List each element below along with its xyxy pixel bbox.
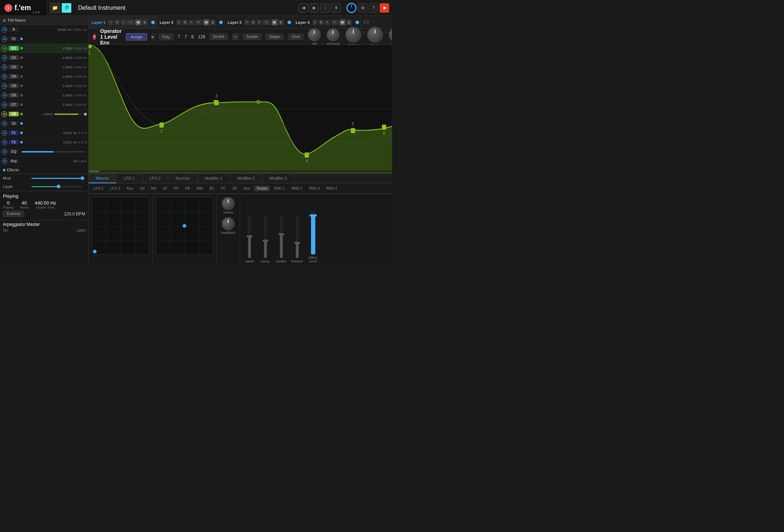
layer-1-m[interactable]: M: [135, 20, 141, 25]
power-S1[interactable]: ⏻: [1, 36, 7, 42]
sub-tab-rnd1[interactable]: RND 1: [272, 186, 287, 191]
power-F2[interactable]: ⏻: [1, 140, 7, 145]
tab-modifier3[interactable]: Modifier 3: [262, 174, 294, 183]
folder-button[interactable]: 📁: [50, 3, 60, 13]
op-play[interactable]: ▶: [152, 33, 155, 40]
power-F1[interactable]: ⏻: [1, 130, 7, 136]
sub-tab-lfo2[interactable]: LFO 2: [108, 186, 123, 191]
op-row-O5[interactable]: ⏻ O5 1.0000 0.000 Hz: [0, 81, 88, 91]
layer-3-x[interactable]: ✕: [257, 20, 262, 25]
power-O1[interactable]: ⏻: [1, 46, 7, 51]
layer-4-s[interactable]: S: [346, 20, 352, 25]
layer-1-delete[interactable]: 🗑: [115, 20, 120, 25]
layer-tab-1[interactable]: Layer 1 ⎘ 🗑 ✕ Ctr M S: [89, 16, 157, 29]
op-row-O8[interactable]: ⏻ O8 1.0000: [0, 110, 88, 119]
sub-tab-rel[interactable]: Rel: [149, 186, 159, 191]
op-row-O3[interactable]: ⏻ O3 1.0000 0.000 Hz: [0, 63, 88, 72]
op-row-S1[interactable]: ⏻ S1: [0, 34, 88, 44]
layer-1-s[interactable]: S: [142, 20, 148, 25]
layer-2-m[interactable]: M: [203, 20, 209, 25]
power-S2[interactable]: ⏻: [1, 121, 7, 126]
clock-button[interactable]: ⏱: [61, 3, 72, 13]
allrates-knob[interactable]: [345, 27, 361, 43]
op-row-O1[interactable]: ⏻ O1 1.0000 0.000 Hz: [0, 44, 88, 53]
power-N[interactable]: ⏻: [1, 27, 7, 33]
op-row-N[interactable]: ⏻ N 50000 Hz 22351 Hz: [0, 25, 88, 34]
info-button[interactable]: i: [320, 3, 330, 13]
sub-tab-pp[interactable]: PP: [172, 186, 181, 191]
settings-button[interactable]: ⚙: [358, 3, 367, 13]
power-Arp[interactable]: ⏻: [1, 158, 7, 164]
env-scrollbar[interactable]: [89, 171, 392, 172]
envelope-area[interactable]: 1 2 3 4 5 6: [89, 45, 392, 173]
sub-tab-at[interactable]: AT: [161, 186, 170, 191]
op-row-EQ[interactable]: ⏻ EQ: [0, 147, 88, 156]
sub-tab-bc[interactable]: BC: [207, 186, 217, 191]
vel-knob[interactable]: [308, 28, 321, 41]
timbre-knob[interactable]: [222, 197, 235, 210]
sub-tab-rnd2[interactable]: RND 2: [289, 186, 304, 191]
assign-button[interactable]: Assign: [126, 33, 147, 40]
layer-3-m[interactable]: M: [272, 20, 277, 25]
sub-tab-key[interactable]: Key: [125, 186, 135, 191]
decay-knob[interactable]: [367, 27, 383, 43]
op-row-O6[interactable]: ⏻ O6 1.0000 0.000 Hz: [0, 91, 88, 100]
sub-tab-fc[interactable]: FC: [219, 186, 228, 191]
play-button[interactable]: ▶: [310, 3, 319, 13]
power-O7[interactable]: ⏻: [1, 102, 7, 108]
tab-lfo1[interactable]: LFO 1: [116, 174, 142, 183]
layer-3-ctr[interactable]: Ctr: [263, 20, 270, 25]
prev-button[interactable]: ◀: [299, 3, 308, 13]
layer-3-delete[interactable]: 🗑: [251, 20, 256, 25]
record-button[interactable]: ■: [380, 3, 389, 13]
attack-slider[interactable]: [248, 215, 251, 258]
op-close[interactable]: ✕: [93, 34, 96, 40]
layer-2-x[interactable]: ✕: [189, 20, 194, 25]
tab-modifier2[interactable]: Modifier 2: [230, 174, 262, 183]
sub-tab-rnd4[interactable]: RND 4: [324, 186, 339, 191]
export-button[interactable]: ⬆: [331, 3, 341, 13]
clock-label[interactable]: Clock: [288, 34, 303, 40]
tab-modifier1[interactable]: Modifier 1: [198, 174, 230, 183]
sub-tab-lfo1[interactable]: LFO 1: [91, 186, 106, 191]
layer-1-copy[interactable]: ⎘: [108, 20, 114, 25]
layer-1-x[interactable]: ✕: [121, 20, 126, 25]
layer-3-s[interactable]: S: [278, 20, 284, 25]
power-O3[interactable]: ⏻: [1, 64, 7, 70]
power-O8[interactable]: ⏻: [1, 111, 7, 117]
layer-tab-2[interactable]: Layer 2 ⎘ 🗑 ✕ Ctr M S: [157, 16, 225, 29]
tab-lfo2[interactable]: LFO 2: [142, 174, 169, 183]
sub-tab-sp[interactable]: SP: [230, 186, 239, 191]
sub-tab-sos[interactable]: Sos: [242, 186, 252, 191]
keytrack-knob[interactable]: [327, 28, 340, 41]
declick-button[interactable]: Declick: [210, 34, 228, 40]
op-row-F1[interactable]: ⏻ F1 22351 Hz 0.0 %: [0, 128, 88, 138]
power-O6[interactable]: ⏻: [1, 93, 7, 98]
sub-tab-vel[interactable]: Vel: [137, 186, 147, 191]
layer-4-copy[interactable]: ⎘: [312, 20, 318, 25]
power-O5[interactable]: ⏻: [1, 83, 7, 89]
layer-4-m[interactable]: M: [340, 20, 345, 25]
mod-slider[interactable]: [31, 178, 82, 179]
tab-sources[interactable]: Sources: [168, 174, 197, 183]
layer-4-ctr[interactable]: Ctr: [331, 20, 338, 25]
O8-slider[interactable]: [54, 113, 83, 115]
sustain-button[interactable]: Sustain: [243, 34, 261, 40]
op-row-O4[interactable]: ⏻ O4 1.0000 0.000 Hz: [0, 72, 88, 81]
sustain-vslider[interactable]: [280, 215, 283, 258]
layer-4-delete[interactable]: 🗑: [319, 20, 324, 25]
release-knob[interactable]: [389, 27, 392, 43]
stages-button[interactable]: Stages: [266, 34, 284, 40]
layer-2-copy[interactable]: ⎘: [176, 20, 182, 25]
op-row-Arp[interactable]: ⏻ Arp 1/8 Latch: [0, 156, 88, 166]
release-vslider[interactable]: [296, 215, 299, 258]
power-EQ[interactable]: ⏻: [1, 149, 7, 155]
sub-tab-mw[interactable]: MW: [194, 186, 205, 191]
sub-tab-pb[interactable]: PB: [183, 186, 192, 191]
logo-knob[interactable]: [346, 3, 357, 13]
layer-1-ctr[interactable]: Ctr: [127, 20, 134, 25]
sub-tab-timbre[interactable]: Timbre: [254, 186, 270, 191]
tab-macros[interactable]: Macros: [89, 174, 116, 183]
macro-pad-2[interactable]: [155, 197, 213, 255]
op-row-O7[interactable]: ⏻ O7 1.0000 0.000 Hz: [0, 100, 88, 110]
